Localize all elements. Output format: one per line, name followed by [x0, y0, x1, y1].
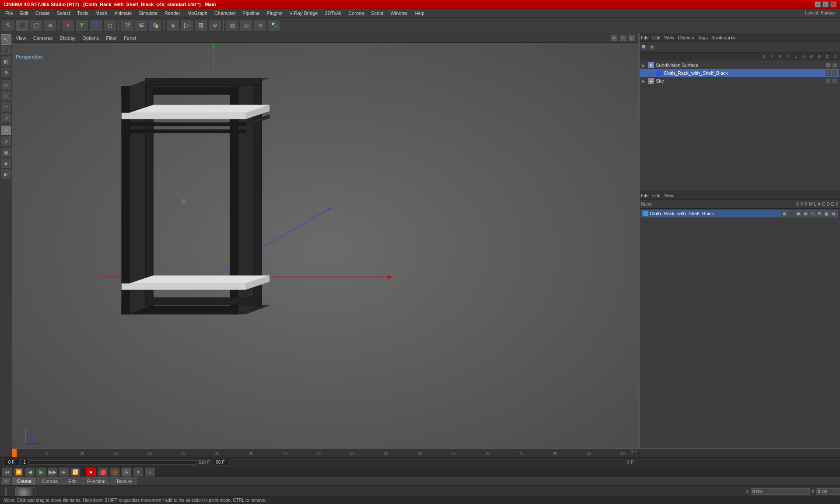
- menu-help[interactable]: Help: [411, 10, 428, 17]
- attr-icon-8[interactable]: M: [830, 210, 836, 217]
- maximize-button[interactable]: □: [822, 1, 829, 7]
- viewport-menu-options[interactable]: Options: [82, 35, 99, 41]
- tab-function[interactable]: Function: [82, 477, 110, 485]
- tool-z[interactable]: Z: [89, 19, 102, 32]
- tool-render-settings[interactable]: ⚙: [208, 19, 221, 32]
- tab-create[interactable]: Create: [12, 477, 36, 485]
- attr-icon-2[interactable]: ⬛: [788, 210, 794, 217]
- tool-circle[interactable]: ◉: [1, 158, 11, 168]
- tool-spline[interactable]: ⬡: [1, 91, 11, 101]
- obj-menu-view[interactable]: View: [664, 35, 675, 40]
- tool-render-pic[interactable]: 🖼: [194, 19, 207, 32]
- obj-menu-objects[interactable]: Objects: [678, 35, 694, 40]
- tab-corona[interactable]: Corona: [37, 477, 63, 485]
- obj-menu-edit[interactable]: Edit: [652, 35, 661, 40]
- obj-menu-file[interactable]: File: [641, 35, 649, 40]
- tool-y[interactable]: Y: [75, 19, 88, 32]
- coord-x2-input[interactable]: [816, 488, 840, 495]
- tool-coord[interactable]: ◻: [103, 19, 116, 32]
- sky-flag-1[interactable]: [826, 78, 831, 84]
- attr-icon-1[interactable]: ◐: [781, 210, 788, 217]
- viewport-menu-panel[interactable]: Panel: [124, 35, 136, 41]
- rack-flag-2[interactable]: [832, 70, 837, 76]
- tool-live-select[interactable]: ⬛: [16, 19, 29, 32]
- attr-menu-file[interactable]: File: [641, 193, 649, 198]
- btn-step-fwd[interactable]: ▶▶: [47, 467, 58, 477]
- menu-render[interactable]: Render: [161, 10, 184, 17]
- obj-toolbar-filter[interactable]: ▾: [649, 44, 655, 50]
- menu-window[interactable]: Window: [387, 10, 411, 17]
- tool-render-region[interactable]: ◈: [166, 19, 179, 32]
- expand-subdivision[interactable]: ▶: [642, 63, 645, 68]
- menu-tools[interactable]: Tools: [74, 10, 92, 17]
- menu-animate[interactable]: Animate: [111, 10, 135, 17]
- btn-key-red[interactable]: ⬤: [98, 467, 108, 477]
- menu-plugins[interactable]: Plugins: [263, 10, 286, 17]
- btn-step-back[interactable]: ◀: [24, 467, 35, 477]
- tool-select[interactable]: ↖: [2, 19, 15, 32]
- sky-flag-2[interactable]: [832, 78, 837, 84]
- obj-toolbar-search[interactable]: 🔍: [641, 44, 647, 50]
- attr-icon-7[interactable]: 🔒: [823, 210, 830, 217]
- btn-play-fwd[interactable]: ▶: [36, 467, 46, 477]
- timeline-scrubber[interactable]: [30, 460, 196, 465]
- tool-anim[interactable]: 🎭: [149, 19, 162, 32]
- viewport-btn-2[interactable]: +: [620, 35, 626, 42]
- btn-prev-key[interactable]: ⏪: [13, 467, 24, 477]
- expand-sky[interactable]: ▶: [642, 79, 645, 84]
- menu-pipeline[interactable]: Pipeline: [239, 10, 263, 17]
- tool-record[interactable]: 📽: [135, 19, 148, 32]
- sub-flag-check[interactable]: ✓: [832, 63, 837, 68]
- btn-key-plus[interactable]: ✦: [133, 467, 144, 477]
- minimize-button[interactable]: ─: [815, 1, 821, 7]
- viewport-menu-display[interactable]: Display: [60, 35, 75, 41]
- tool-rotate-free[interactable]: ↺: [1, 136, 11, 147]
- btn-loop[interactable]: 🔁: [70, 467, 80, 477]
- tool-half[interactable]: ◐: [1, 169, 11, 179]
- max-frames-input[interactable]: 90 F: [213, 459, 228, 466]
- viewport-btn-3[interactable]: ⊡: [628, 35, 635, 42]
- menu-script[interactable]: Script: [368, 10, 387, 17]
- tool-render-active[interactable]: ▷: [180, 19, 193, 32]
- tool-model[interactable]: ⬛: [1, 45, 11, 56]
- tool-paint[interactable]: ⊕: [1, 67, 11, 77]
- tool-grid2[interactable]: ▦: [1, 147, 11, 158]
- menu-character[interactable]: Character: [211, 10, 239, 17]
- menu-edit[interactable]: Edit: [17, 10, 32, 17]
- coord-x-input[interactable]: [751, 488, 810, 495]
- tool-snap2[interactable]: ⊛: [254, 19, 267, 32]
- viewport-menu-view[interactable]: View: [16, 35, 26, 41]
- tab-texture[interactable]: Texture: [111, 477, 136, 485]
- menu-corona[interactable]: Corona: [345, 10, 368, 17]
- tab-edit[interactable]: Edit: [63, 477, 81, 485]
- attr-icon-6[interactable]: 👁: [816, 210, 822, 217]
- menu-simulate[interactable]: Simulate: [135, 10, 161, 17]
- menu-vray[interactable]: V-Ray Bridge: [286, 10, 322, 17]
- tool-poly[interactable]: 〰: [1, 102, 11, 112]
- tool-add[interactable]: ⊕: [44, 19, 57, 32]
- tool-light[interactable]: 🔦: [268, 19, 281, 32]
- attr-icon-5[interactable]: ≡: [809, 210, 816, 217]
- attr-menu-edit[interactable]: Edit: [652, 193, 661, 198]
- tool-sculpt[interactable]: ◎: [1, 80, 11, 90]
- tool-x[interactable]: ✕: [61, 19, 74, 32]
- timeline-ruler[interactable]: 0 5 10 15 20 25 30 35 40 45 50 55 60 65 …: [12, 449, 626, 457]
- viewport-menu-filter[interactable]: Filter: [106, 35, 116, 41]
- btn-go-end[interactable]: ⏭: [59, 467, 69, 477]
- tool-edge[interactable]: ⊘: [1, 112, 11, 123]
- menu-mesh[interactable]: Mesh: [92, 10, 111, 17]
- viewport-btn-1[interactable]: ⟳: [611, 35, 618, 42]
- object-row-cloth-rack[interactable]: Cloth_Rack_with_Shelf_Black: [640, 69, 839, 77]
- tool-s[interactable]: S: [1, 125, 11, 136]
- menu-create[interactable]: Create: [32, 10, 53, 17]
- object-row-sky[interactable]: ▶ ☁ Sky: [640, 77, 839, 85]
- rack-flag-1[interactable]: [826, 70, 831, 76]
- btn-go-start[interactable]: ⏮: [2, 467, 12, 477]
- menu-3dtoall[interactable]: 3DToAll: [321, 10, 345, 17]
- attr-icon-3[interactable]: ▦: [795, 210, 802, 217]
- attr-icon-4[interactable]: ▤: [802, 210, 808, 217]
- right-panel-divider[interactable]: [638, 33, 640, 456]
- menu-select[interactable]: Select: [53, 10, 74, 17]
- attr-menu-view[interactable]: View: [664, 193, 675, 198]
- tool-snap[interactable]: ◎: [240, 19, 253, 32]
